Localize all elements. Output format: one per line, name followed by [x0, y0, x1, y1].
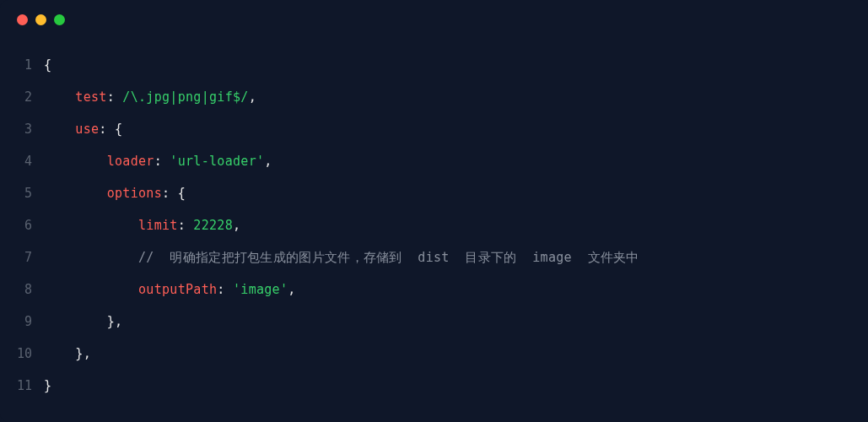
code-content: test: /\.jpg|png|gif$/,: [44, 81, 256, 113]
window-minimize-icon[interactable]: [35, 14, 46, 25]
indent: [44, 218, 138, 233]
string-image: 'image': [233, 282, 288, 297]
code-content: {: [44, 49, 51, 81]
colon: :: [99, 122, 115, 137]
string-url-loader: 'url-loader': [170, 154, 264, 169]
code-line: 6 limit: 22228,: [0, 209, 868, 241]
colon: :: [107, 89, 123, 105]
comment: // 明确指定把打包生成的图片文件，存储到 dist 目录下的 image 文件…: [138, 250, 639, 265]
line-number: 9: [0, 306, 44, 338]
comma: ,: [233, 218, 240, 233]
window-close-icon[interactable]: [17, 14, 28, 25]
window-zoom-icon[interactable]: [54, 14, 65, 25]
brace-close-comma: },: [107, 314, 123, 329]
brace-open: {: [115, 122, 122, 137]
regex-literal: /\.jpg|png|gif$/: [122, 89, 248, 105]
key-output-path: outputPath: [138, 282, 217, 297]
key-limit: limit: [138, 218, 178, 233]
code-content: },: [44, 338, 91, 370]
number-limit: 22228: [193, 218, 233, 233]
code-line: 4 loader: 'url-loader',: [0, 145, 868, 177]
colon: :: [154, 154, 170, 169]
code-content: loader: 'url-loader',: [44, 145, 272, 177]
code-editor[interactable]: 1 { 2 test: /\.jpg|png|gif$/, 3 use: { 4…: [0, 49, 868, 422]
code-content: outputPath: 'image',: [44, 273, 296, 306]
brace-open: {: [178, 186, 186, 201]
indent: [44, 186, 107, 201]
brace-close-comma: },: [75, 346, 91, 361]
code-line: 1 {: [0, 49, 868, 81]
line-number: 2: [0, 81, 44, 113]
brace-close: }: [44, 378, 51, 393]
line-number: 4: [0, 145, 44, 177]
code-line: 7 // 明确指定把打包生成的图片文件，存储到 dist 目录下的 image …: [0, 241, 868, 273]
indent: [44, 314, 107, 329]
brace-open: {: [44, 57, 51, 73]
code-window: 1 { 2 test: /\.jpg|png|gif$/, 3 use: { 4…: [0, 0, 868, 422]
code-line: 11 }: [0, 370, 868, 402]
line-number: 1: [0, 49, 44, 81]
colon: :: [217, 282, 233, 297]
traffic-lights: [17, 14, 65, 25]
line-number: 6: [0, 209, 44, 241]
code-content: options: {: [44, 177, 186, 209]
indent: [44, 250, 138, 265]
key-use: use: [75, 122, 99, 137]
colon: :: [178, 218, 194, 233]
comma: ,: [288, 282, 295, 297]
line-number: 10: [0, 338, 44, 370]
code-line: 3 use: {: [0, 113, 868, 145]
indent: [44, 346, 75, 361]
comma: ,: [264, 154, 272, 169]
code-content: limit: 22228,: [44, 209, 240, 241]
line-number: 8: [0, 273, 44, 306]
indent: [44, 122, 75, 137]
indent: [44, 89, 75, 105]
colon: :: [162, 186, 178, 201]
indent: [44, 154, 107, 169]
line-number: 7: [0, 241, 44, 273]
comma: ,: [249, 89, 256, 105]
key-options: options: [107, 186, 162, 201]
code-line: 9 },: [0, 306, 868, 338]
line-number: 3: [0, 113, 44, 145]
code-content: // 明确指定把打包生成的图片文件，存储到 dist 目录下的 image 文件…: [44, 241, 639, 273]
code-content: }: [44, 370, 51, 402]
indent: [44, 282, 138, 297]
code-line: 2 test: /\.jpg|png|gif$/,: [0, 81, 868, 113]
line-number: 11: [0, 370, 44, 402]
code-line: 10 },: [0, 338, 868, 370]
code-line: 5 options: {: [0, 177, 868, 209]
line-number: 5: [0, 177, 44, 209]
code-content: use: {: [44, 113, 122, 145]
key-test: test: [75, 89, 106, 105]
code-line: 8 outputPath: 'image',: [0, 273, 868, 306]
key-loader: loader: [107, 154, 154, 169]
code-content: },: [44, 306, 122, 338]
